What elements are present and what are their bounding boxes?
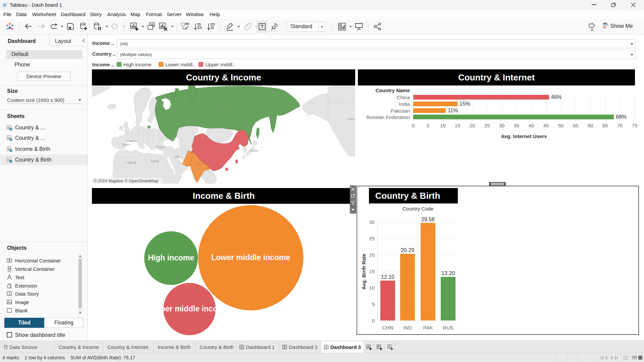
- svg-text:Spain: Spain: [122, 142, 130, 146]
- svg-text:High income: High income: [148, 253, 194, 262]
- svg-text:Egypt: Egypt: [151, 159, 159, 163]
- svg-text:Lower middle income: Lower middle income: [211, 253, 290, 262]
- svg-text:Algeria: Algeria: [126, 161, 137, 164]
- svg-text:India: India: [196, 162, 203, 166]
- svg-text:© 2024 Mapbox © OpenStreetMap: © 2024 Mapbox © OpenStreetMap: [94, 179, 158, 183]
- svg-text:Upper middle income: Upper middle income: [150, 304, 229, 313]
- svg-text:Russia: Russia: [217, 106, 227, 110]
- svg-text:Iran: Iran: [174, 155, 180, 158]
- svg-text:Japan: Japan: [250, 148, 258, 152]
- svg-text:Turkey: Turkey: [156, 145, 165, 149]
- svg-text:China: China: [214, 149, 222, 153]
